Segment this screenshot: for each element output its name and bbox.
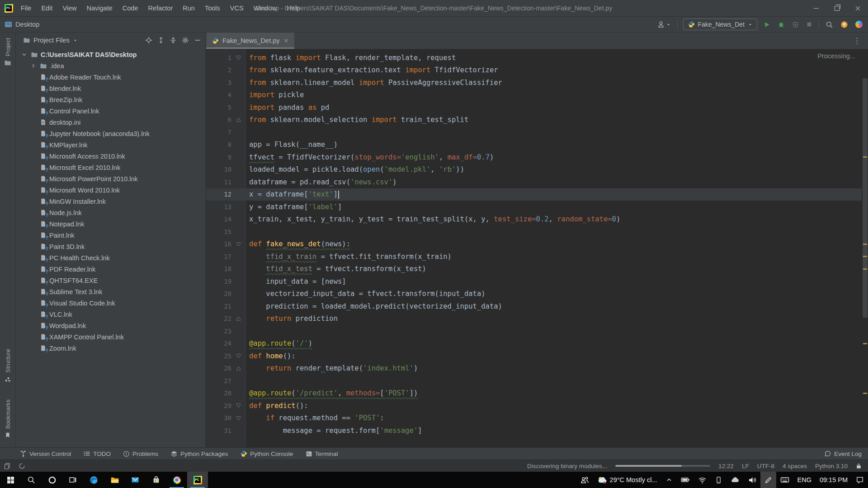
updates-button[interactable] xyxy=(840,20,849,29)
tree-item[interactable]: ?blender.lnk xyxy=(16,83,206,94)
tool-button-version-control[interactable]: Version Control xyxy=(20,450,71,457)
code-line-9[interactable]: 9tfvect = TfidfVectorizer(stop_words='en… xyxy=(206,151,862,164)
taskbar-chrome[interactable] xyxy=(166,472,187,488)
line-number[interactable]: 24 xyxy=(206,340,231,347)
tree-item[interactable]: ?Sublime Text 3.lnk xyxy=(16,286,206,297)
line-number[interactable]: 23 xyxy=(206,328,231,335)
menu-file[interactable]: File xyxy=(16,0,36,16)
tray-touch-keyboard[interactable] xyxy=(776,472,793,488)
line-number[interactable]: 17 xyxy=(206,253,231,260)
fold-marker-icon[interactable] xyxy=(236,416,241,421)
code-line-8[interactable]: 8app = Flask(__name__) xyxy=(206,139,862,151)
line-number[interactable]: 15 xyxy=(206,228,231,235)
taskbar-edge[interactable] xyxy=(83,472,104,488)
code-line-2[interactable]: 2from sklearn.feature_extraction.text im… xyxy=(206,64,862,77)
code-line-31[interactable]: 31 message = request.form['message'] xyxy=(206,424,862,437)
chevron-right-icon[interactable] xyxy=(30,63,36,69)
close-button[interactable] xyxy=(847,0,868,16)
warning-stripe-mark[interactable] xyxy=(863,244,867,245)
line-number[interactable]: 12 xyxy=(206,191,231,198)
tree-item[interactable]: ?Paint 3D.lnk xyxy=(16,241,206,252)
tool-window-project[interactable]: Project xyxy=(0,38,15,66)
code-line-17[interactable]: 17 tfid_x_train = tfvect.fit_transform(x… xyxy=(206,250,862,263)
line-number[interactable]: 13 xyxy=(206,203,231,211)
run-config-selector[interactable]: Fake_News_Det xyxy=(683,19,758,30)
tool-button-todo[interactable]: TODO xyxy=(83,450,111,457)
editor-scrollbar[interactable] xyxy=(862,49,868,447)
code-line-25[interactable]: 25def home(): xyxy=(206,350,862,362)
user-menu-button[interactable] xyxy=(656,20,672,29)
menu-navigate[interactable]: Navigate xyxy=(82,0,118,16)
fold-marker-icon[interactable] xyxy=(236,353,241,358)
file-encoding[interactable]: UTF-8 xyxy=(757,463,774,469)
line-number[interactable]: 6 xyxy=(206,116,231,123)
line-number[interactable]: 25 xyxy=(206,352,231,360)
code-line-15[interactable]: 15 xyxy=(206,225,862,238)
tray-language[interactable]: ENG xyxy=(793,472,816,488)
code-line-21[interactable]: 21 prediction = loaded_model.predict(vec… xyxy=(206,300,862,313)
code-line-11[interactable]: 11dataframe = pd.read_csv('news.csv') xyxy=(206,176,862,188)
tray-volume[interactable] xyxy=(744,472,760,488)
line-number[interactable]: 2 xyxy=(206,66,231,74)
code-line-22[interactable]: 22 return prediction xyxy=(206,313,862,325)
tree-root[interactable]: C:\Users\SAIKAT DAS\Desktop xyxy=(16,49,206,60)
tree-item[interactable]: ?XAMPP Control Panel.lnk xyxy=(16,331,206,343)
project-files-selector[interactable]: Project Files xyxy=(33,37,70,44)
code-line-30[interactable]: 30 if request.method == 'POST': xyxy=(206,412,862,425)
taskbar-cortana[interactable] xyxy=(42,472,62,488)
line-number[interactable]: 22 xyxy=(206,315,231,322)
code-line-1[interactable]: 1from flask import Flask, render_templat… xyxy=(206,52,862,64)
tree-item[interactable]: ?Visual Studio Code.lnk xyxy=(16,297,206,309)
fold-marker-icon[interactable] xyxy=(236,242,241,247)
taskbar-mail[interactable] xyxy=(125,472,146,488)
tree-item[interactable]: ?Microsoft Excel 2010.lnk xyxy=(16,162,206,173)
tray-action-center[interactable] xyxy=(852,472,868,488)
warning-stripe-mark[interactable] xyxy=(863,343,867,344)
tray-clock[interactable]: 09:15 PM xyxy=(816,472,852,488)
line-number[interactable]: 1 xyxy=(206,54,231,61)
taskbar-task-view[interactable] xyxy=(62,472,83,488)
tree-item[interactable]: ?Microsoft Word 2010.lnk xyxy=(16,184,206,196)
tray-battery[interactable] xyxy=(677,472,694,488)
tray-weather[interactable]: 29°C Mostly cl... xyxy=(593,472,661,488)
tool-button-terminal[interactable]: Terminal xyxy=(306,450,338,457)
line-number[interactable]: 14 xyxy=(206,216,231,223)
line-number[interactable]: 9 xyxy=(206,154,231,161)
code-line-7[interactable]: 7 xyxy=(206,126,862,139)
code-line-6[interactable]: 6from sklearn.model_selection import tra… xyxy=(206,114,862,127)
line-number[interactable]: 11 xyxy=(206,178,231,186)
warning-stripe-mark[interactable] xyxy=(863,156,867,158)
line-number[interactable]: 20 xyxy=(206,290,231,297)
tool-button-event-log[interactable]: Event Log xyxy=(824,450,862,457)
collapse-icon[interactable] xyxy=(170,37,177,44)
tree-item[interactable]: .idea xyxy=(16,60,206,71)
menu-edit[interactable]: Edit xyxy=(36,0,57,16)
line-ending[interactable]: LF xyxy=(742,463,749,469)
tool-window-structure[interactable]: Structure xyxy=(0,349,15,383)
stop-button[interactable] xyxy=(805,20,813,28)
tree-item[interactable]: ?KMPlayer.lnk xyxy=(16,139,206,150)
tree-item[interactable]: ?Wordpad.lnk xyxy=(16,320,206,331)
caret-position[interactable]: 12:22 xyxy=(718,463,734,469)
taskbar-pycharm[interactable]: PC xyxy=(187,472,208,488)
tree-item[interactable]: ?MinGW Installer.lnk xyxy=(16,196,206,207)
tray-hidden-icons[interactable] xyxy=(661,472,677,488)
menu-code[interactable]: Code xyxy=(118,0,143,16)
taskbar-taskbar-search[interactable] xyxy=(21,472,42,488)
code-line-4[interactable]: 4import pickle xyxy=(206,89,862,102)
tree-item[interactable]: ?Zoom.lnk xyxy=(16,343,206,354)
tool-button-python-console[interactable]: Python Console xyxy=(240,450,293,457)
minus-icon[interactable] xyxy=(194,37,201,44)
maximize-button[interactable] xyxy=(826,0,847,16)
tree-item[interactable]: ?VLC.lnk xyxy=(16,309,206,320)
line-number[interactable]: 16 xyxy=(206,240,231,248)
line-number[interactable]: 10 xyxy=(206,166,231,173)
debug-button[interactable] xyxy=(777,20,786,29)
fold-marker-icon[interactable] xyxy=(236,403,241,408)
editor-options-icon[interactable]: ⋮ xyxy=(846,36,868,46)
line-number[interactable]: 29 xyxy=(206,402,231,409)
code-line-23[interactable]: 23 xyxy=(206,325,862,338)
taskbar-start[interactable] xyxy=(0,472,21,488)
code-line-16[interactable]: 16def fake_news_det(news): xyxy=(206,238,862,251)
tree-item[interactable]: ?Jupyter Notebook (anaconda3).lnk xyxy=(16,128,206,139)
